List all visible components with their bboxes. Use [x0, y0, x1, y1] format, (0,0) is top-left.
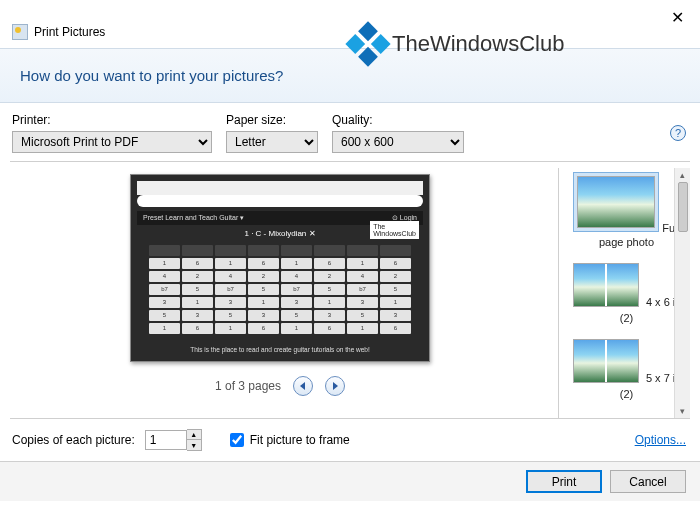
brand-logo-icon — [345, 21, 390, 66]
layout-5x7[interactable]: 5 x 7 in. (2) — [567, 335, 686, 401]
preview-url-bar — [137, 195, 423, 207]
scroll-down-icon[interactable]: ▾ — [680, 406, 685, 416]
print-button[interactable]: Print — [526, 470, 602, 493]
window-title: Print Pictures — [34, 25, 105, 39]
help-icon[interactable]: ? — [670, 125, 686, 141]
close-icon[interactable]: ✕ — [671, 8, 684, 27]
preview-toolbar-left: Preset Learn and Teach Guitar ▾ — [143, 214, 244, 222]
layout-thumb-icon — [573, 263, 639, 307]
fit-checkbox[interactable] — [230, 433, 244, 447]
next-page-button[interactable] — [325, 376, 345, 396]
copies-up-button[interactable]: ▲ — [187, 430, 201, 440]
layouts-scrollbar[interactable]: ▴ ▾ — [674, 168, 690, 418]
preview-footer-text: This is the place to read and create gui… — [131, 346, 429, 353]
pager-text: 1 of 3 pages — [215, 379, 281, 393]
print-pictures-icon — [12, 24, 28, 40]
prev-page-button[interactable] — [293, 376, 313, 396]
preview-pane: Preset Learn and Teach Guitar ▾ ⊙ Login … — [10, 168, 550, 418]
brand-watermark: TheWindowsClub — [352, 28, 564, 60]
options-link[interactable]: Options... — [635, 433, 686, 447]
layout-full-page[interactable]: Full page photo — [567, 172, 686, 249]
quality-label: Quality: — [332, 113, 464, 127]
paper-size-select[interactable]: Letter — [226, 131, 318, 153]
main-area: Preset Learn and Teach Guitar ▾ ⊙ Login … — [0, 162, 700, 418]
layout-list: Full page photo 4 x 6 in. (2) 5 x 7 in. … — [558, 168, 690, 418]
preview-song-title: 1 · C - Mixolydian ✕ — [131, 229, 429, 238]
scroll-up-icon[interactable]: ▴ — [680, 170, 685, 180]
footer: Print Cancel — [0, 461, 700, 501]
layout-4x6[interactable]: 4 x 6 in. (2) — [567, 259, 686, 325]
printer-label: Printer: — [12, 113, 212, 127]
layout-thumb-icon — [577, 176, 655, 228]
preview-image: Preset Learn and Teach Guitar ▾ ⊙ Login … — [130, 174, 430, 362]
copies-label: Copies of each picture: — [12, 433, 135, 447]
quality-select[interactable]: 600 x 600 — [332, 131, 464, 153]
scroll-thumb[interactable] — [678, 182, 688, 232]
copies-input[interactable] — [145, 430, 187, 450]
fit-label: Fit picture to frame — [250, 433, 350, 447]
preview-window-chrome — [137, 181, 423, 195]
copies-down-button[interactable]: ▼ — [187, 440, 201, 450]
copies-spinner: ▲ ▼ — [145, 429, 202, 451]
layout-thumb-icon — [573, 339, 639, 383]
cancel-button[interactable]: Cancel — [610, 470, 686, 493]
pager: 1 of 3 pages — [40, 376, 520, 396]
banner: How do you want to print your pictures? — [0, 48, 700, 103]
fit-to-frame[interactable]: Fit picture to frame — [230, 433, 350, 447]
paper-size-label: Paper size: — [226, 113, 318, 127]
banner-question: How do you want to print your pictures? — [20, 67, 680, 84]
printer-select[interactable]: Microsoft Print to PDF — [12, 131, 212, 153]
preview-fretboard: 16161616 42424242 b75b75b75b75 31313131 … — [149, 245, 411, 331]
bottom-bar: Copies of each picture: ▲ ▼ Fit picture … — [0, 419, 700, 461]
brand-text: TheWindowsClub — [392, 31, 564, 57]
print-controls: Printer: Microsoft Print to PDF Paper si… — [0, 103, 700, 161]
